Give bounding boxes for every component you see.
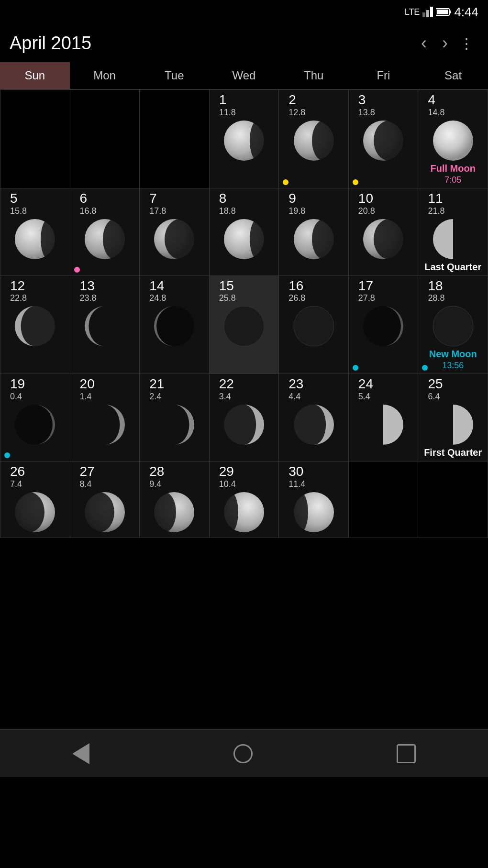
phase-number: 2.4 bbox=[149, 392, 161, 402]
svg-point-7 bbox=[250, 121, 265, 161]
phase-number: 3.4 bbox=[219, 392, 231, 402]
phase-number: 15.8 bbox=[10, 206, 27, 216]
day-header-sun: Sun bbox=[0, 62, 70, 89]
table-row[interactable]: 10 20.8 bbox=[349, 188, 419, 276]
phase-number: 18.8 bbox=[219, 206, 236, 216]
table-row[interactable]: 6 16.8 bbox=[70, 188, 140, 276]
dot-indicator bbox=[4, 452, 10, 458]
phase-number: 9.4 bbox=[149, 479, 161, 489]
phase-number: 4.4 bbox=[288, 392, 300, 402]
table-row[interactable]: 2 12.8 bbox=[279, 90, 349, 188]
table-row[interactable]: 16 26.8 bbox=[279, 276, 349, 374]
day-number: 29 bbox=[219, 464, 234, 479]
day-number: 8 bbox=[219, 191, 227, 206]
phase-number: 17.8 bbox=[149, 206, 166, 216]
home-button[interactable] bbox=[233, 744, 253, 763]
phase-number: 6.4 bbox=[428, 392, 440, 402]
month-title: April 2015 bbox=[10, 33, 413, 54]
day-header-mon: Mon bbox=[70, 62, 140, 89]
table-row[interactable]: 11 21.8 Last Quarter bbox=[418, 188, 488, 276]
day-number: 28 bbox=[149, 464, 164, 479]
day-number: 24 bbox=[358, 377, 373, 392]
table-row[interactable]: 3 13.8 bbox=[349, 90, 419, 188]
day-number: 19 bbox=[10, 377, 25, 392]
svg-marker-1 bbox=[426, 10, 429, 17]
day-number: 12 bbox=[10, 279, 25, 294]
back-button[interactable] bbox=[72, 743, 89, 764]
table-row[interactable]: 4 14.8 Full Moon 7:05 bbox=[418, 90, 488, 188]
svg-point-41 bbox=[14, 492, 44, 532]
phase-number: 23.8 bbox=[80, 293, 97, 303]
svg-point-32 bbox=[433, 306, 473, 346]
bottom-navigation bbox=[0, 729, 488, 777]
table-row[interactable] bbox=[140, 90, 210, 188]
svg-point-9 bbox=[312, 121, 335, 161]
recents-button[interactable] bbox=[397, 744, 416, 763]
phase-number: 24.8 bbox=[149, 293, 166, 303]
table-row[interactable]: 25 6.4 First Quarter bbox=[418, 374, 488, 461]
table-row[interactable]: 28 9.4 bbox=[140, 461, 210, 538]
event-label: Last Quarter bbox=[424, 261, 481, 273]
phase-number: 11.4 bbox=[288, 479, 305, 489]
table-row[interactable]: 15 25.8 bbox=[210, 276, 279, 374]
day-number: 7 bbox=[149, 191, 157, 206]
svg-marker-0 bbox=[422, 12, 425, 17]
table-row[interactable]: 5 15.8 bbox=[0, 188, 70, 276]
next-month-button[interactable]: › bbox=[434, 34, 455, 52]
table-row[interactable]: 29 10.4 bbox=[210, 461, 279, 538]
svg-point-18 bbox=[165, 219, 195, 259]
day-number: 23 bbox=[288, 377, 303, 392]
table-row[interactable] bbox=[418, 461, 488, 538]
svg-point-43 bbox=[84, 492, 114, 532]
table-row[interactable]: 26 7.4 bbox=[0, 461, 70, 538]
table-row[interactable]: 14 24.8 bbox=[140, 276, 210, 374]
table-row[interactable]: 22 3.4 bbox=[210, 374, 279, 461]
table-row[interactable]: 21 2.4 bbox=[140, 374, 210, 461]
event-label: New Moon bbox=[429, 348, 477, 360]
svg-point-24 bbox=[374, 219, 404, 259]
day-number: 6 bbox=[80, 191, 88, 206]
event-time: 7:05 bbox=[444, 175, 461, 185]
back-icon bbox=[72, 743, 89, 764]
phase-number: 11.8 bbox=[219, 108, 236, 118]
prev-month-button[interactable]: ‹ bbox=[413, 34, 434, 52]
dot-indicator bbox=[74, 267, 80, 273]
phase-number: 27.8 bbox=[358, 293, 375, 303]
menu-button[interactable]: ⋮ bbox=[455, 35, 478, 52]
table-row[interactable]: 30 11.4 bbox=[279, 461, 349, 538]
event-label: Full Moon bbox=[430, 163, 475, 174]
table-row[interactable]: 13 23.8 bbox=[70, 276, 140, 374]
event-time: 13:56 bbox=[442, 361, 464, 371]
time-display: 4:44 bbox=[454, 5, 478, 20]
table-row[interactable]: 9 19.8 bbox=[279, 188, 349, 276]
phase-number: 12.8 bbox=[288, 108, 305, 118]
dot-indicator bbox=[353, 365, 358, 371]
table-row[interactable]: 18 28.8 New Moon 13:56 bbox=[418, 276, 488, 374]
table-row[interactable]: 7 17.8 bbox=[140, 188, 210, 276]
day-headers: Sun Mon Tue Wed Thu Fri Sat bbox=[0, 62, 488, 89]
phase-number: 22.8 bbox=[10, 293, 27, 303]
table-row[interactable]: 19 0.4 bbox=[0, 374, 70, 461]
table-row[interactable] bbox=[70, 90, 140, 188]
table-row[interactable]: 27 8.4 bbox=[70, 461, 140, 538]
day-header-sat: Sat bbox=[418, 62, 488, 89]
phase-number: 21.8 bbox=[428, 206, 444, 216]
table-row[interactable] bbox=[349, 461, 419, 538]
day-number: 2 bbox=[288, 93, 296, 108]
day-header-thu: Thu bbox=[279, 62, 349, 89]
table-row[interactable]: 23 4.4 bbox=[279, 374, 349, 461]
table-row[interactable]: 12 22.8 bbox=[0, 276, 70, 374]
table-row[interactable]: 17 27.8 bbox=[349, 276, 419, 374]
phase-number: 20.8 bbox=[358, 206, 375, 216]
table-row[interactable]: 8 18.8 bbox=[210, 188, 279, 276]
day-number: 1 bbox=[219, 93, 227, 108]
table-row[interactable]: 20 1.4 bbox=[70, 374, 140, 461]
home-icon bbox=[233, 744, 253, 763]
table-row[interactable]: 1 11.8 bbox=[210, 90, 279, 188]
lte-icon: LTE bbox=[405, 7, 420, 17]
table-row[interactable]: 24 5.4 bbox=[349, 374, 419, 461]
table-row[interactable] bbox=[0, 90, 70, 188]
day-header-tue: Tue bbox=[139, 62, 209, 89]
battery-icon bbox=[436, 8, 451, 16]
day-number: 5 bbox=[10, 191, 18, 206]
